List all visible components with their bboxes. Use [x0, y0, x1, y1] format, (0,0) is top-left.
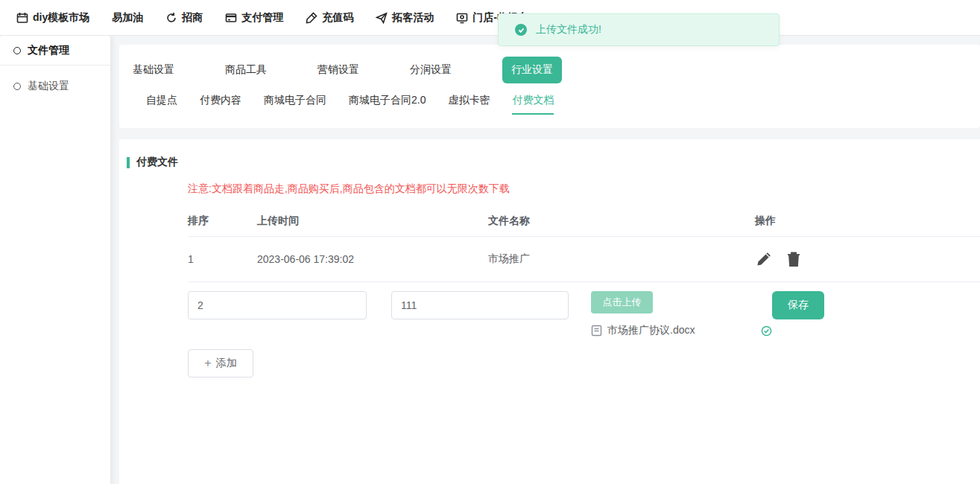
- paid-files-panel: 付费文件 注意:文档跟着商品走,商品购买后,商品包含的文档都可以无限次数下载 排…: [119, 139, 980, 484]
- header-upload-time: 上传时间: [257, 214, 488, 228]
- nav-item-recharge-code[interactable]: 充值码: [306, 11, 353, 25]
- tab-profit-settings[interactable]: 分润设置: [410, 57, 502, 83]
- nav-label: 充值码: [322, 11, 353, 25]
- upload-column: 点击上传 市场推广协议.docx: [591, 291, 772, 337]
- sort-input[interactable]: [188, 291, 367, 319]
- cell-operations: [755, 250, 980, 268]
- add-button-label: 添加: [216, 357, 237, 370]
- header-sort: 排序: [188, 214, 257, 228]
- top-navigation: diy模板市场 易加油 招商 支付管理 充值码 拓客活动 门店-收银台: [0, 0, 980, 36]
- subtab-mall-econtract[interactable]: 商城电子合同: [264, 94, 326, 115]
- section-header: 付费文件: [119, 156, 980, 169]
- uploaded-file-item[interactable]: 市场推广协议.docx: [591, 324, 772, 337]
- subtab-paid-content[interactable]: 付费内容: [200, 94, 241, 115]
- tab-label: 基础设置: [133, 57, 174, 83]
- nav-item-yijiayou[interactable]: 易加油: [112, 11, 143, 25]
- nav-item-diy-template-market[interactable]: diy模板市场: [16, 11, 89, 25]
- new-file-form-row: 点击上传 市场推广协议.docx 保存: [188, 291, 980, 337]
- tab-label: 行业设置: [502, 57, 562, 83]
- header-file-name: 文件名称: [488, 214, 755, 228]
- nav-label: 支付管理: [241, 11, 283, 25]
- tab-label: 营销设置: [317, 57, 359, 83]
- header-operations: 操作: [755, 214, 980, 228]
- nav-item-zhaoshang[interactable]: 招商: [165, 11, 203, 25]
- subtab-paid-documents[interactable]: 付费文档: [512, 94, 554, 115]
- nav-label: 招商: [182, 11, 203, 25]
- circle-bullet-icon: [13, 47, 21, 54]
- circle-bullet-icon: [13, 83, 21, 90]
- file-name-input[interactable]: [391, 291, 569, 319]
- notice-text: 注意:文档跟着商品走,商品购买后,商品包含的文档都可以无限次数下载: [188, 182, 980, 196]
- sidebar-item-label: 文件管理: [28, 44, 69, 57]
- cell-sort: 1: [188, 253, 257, 265]
- add-button[interactable]: + 添加: [188, 349, 253, 378]
- divider: [188, 281, 980, 282]
- section-accent-bar: [127, 157, 130, 168]
- recycle-icon: [165, 12, 177, 24]
- edit-pencil-icon[interactable]: [755, 250, 773, 268]
- main-tabs: 基础设置 商品工具 营销设置 分润设置 行业设置: [119, 45, 980, 83]
- calendar-icon: [16, 12, 28, 24]
- sidebar: 文件管理 基础设置: [0, 36, 110, 484]
- nav-item-payment-management[interactable]: 支付管理: [225, 11, 283, 25]
- table-row: 1 2023-06-06 17:39:02 市场推广: [188, 237, 980, 281]
- nav-item-customer-activity[interactable]: 拓客活动: [376, 11, 434, 25]
- success-check-icon: [515, 24, 527, 36]
- cell-upload-time: 2023-06-06 17:39:02: [257, 253, 488, 265]
- monitor-icon: [456, 12, 468, 24]
- table-header-row: 排序 上传时间 文件名称 操作: [188, 206, 980, 236]
- files-table: 排序 上传时间 文件名称 操作: [188, 206, 980, 236]
- tab-marketing-settings[interactable]: 营销设置: [317, 57, 410, 83]
- sidebar-item-basic-settings[interactable]: 基础设置: [0, 71, 110, 101]
- tab-product-tools[interactable]: 商品工具: [225, 57, 317, 83]
- files-table-body: 1 2023-06-06 17:39:02 市场推广: [188, 237, 980, 281]
- tab-label: 商品工具: [225, 57, 267, 83]
- tab-basic-settings[interactable]: 基础设置: [133, 57, 225, 83]
- uploaded-file-name: 市场推广协议.docx: [607, 324, 756, 337]
- ticket-icon: [306, 12, 317, 24]
- subtab-mall-econtract-2[interactable]: 商城电子合同2.0: [349, 94, 426, 115]
- success-toast: 上传文件成功!: [498, 13, 780, 46]
- nav-label: diy模板市场: [33, 11, 89, 25]
- upload-success-icon: [761, 325, 772, 337]
- nav-label: 拓客活动: [392, 11, 434, 25]
- sidebar-item-file-management[interactable]: 文件管理: [0, 36, 110, 66]
- settings-tabs-card: 基础设置 商品工具 营销设置 分润设置 行业设置 自提点 付费内容 商城电子合同…: [119, 45, 980, 128]
- nav-label: 易加油: [112, 11, 143, 25]
- card-icon: [225, 12, 237, 24]
- sub-tabs: 自提点 付费内容 商城电子合同 商城电子合同2.0 虚拟卡密 付费文档: [119, 94, 980, 115]
- plus-icon: +: [204, 357, 211, 370]
- plane-icon: [376, 12, 388, 24]
- subtab-pickup-point[interactable]: 自提点: [146, 94, 177, 115]
- subtab-virtual-card[interactable]: 虚拟卡密: [448, 94, 490, 115]
- upload-button[interactable]: 点击上传: [591, 291, 653, 313]
- save-button[interactable]: 保存: [772, 291, 824, 319]
- section-title: 付费文件: [136, 156, 178, 169]
- sidebar-item-label: 基础设置: [28, 80, 69, 93]
- cell-file-name: 市场推广: [488, 252, 755, 266]
- tab-industry-settings[interactable]: 行业设置: [502, 57, 595, 83]
- tab-label: 分润设置: [410, 57, 452, 83]
- toast-message: 上传文件成功!: [536, 23, 601, 36]
- document-icon: [591, 325, 602, 337]
- delete-trash-icon[interactable]: [785, 250, 803, 268]
